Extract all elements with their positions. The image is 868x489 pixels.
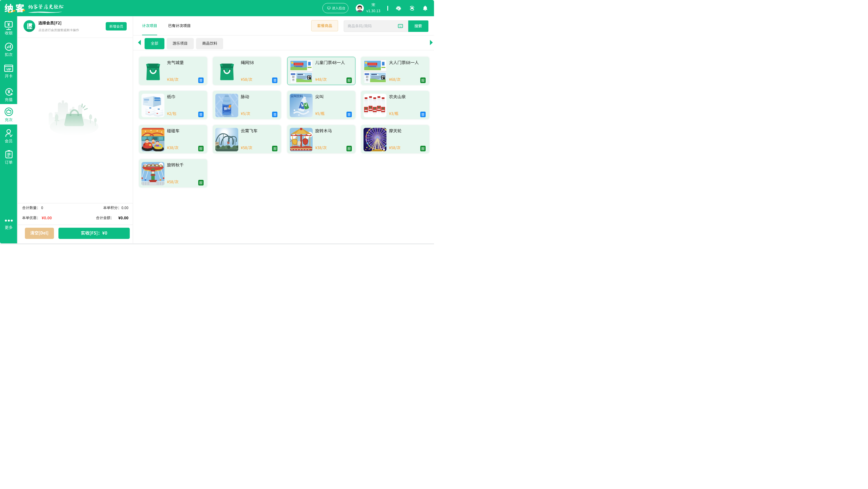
svg-text:VIP: VIP [6, 68, 11, 71]
